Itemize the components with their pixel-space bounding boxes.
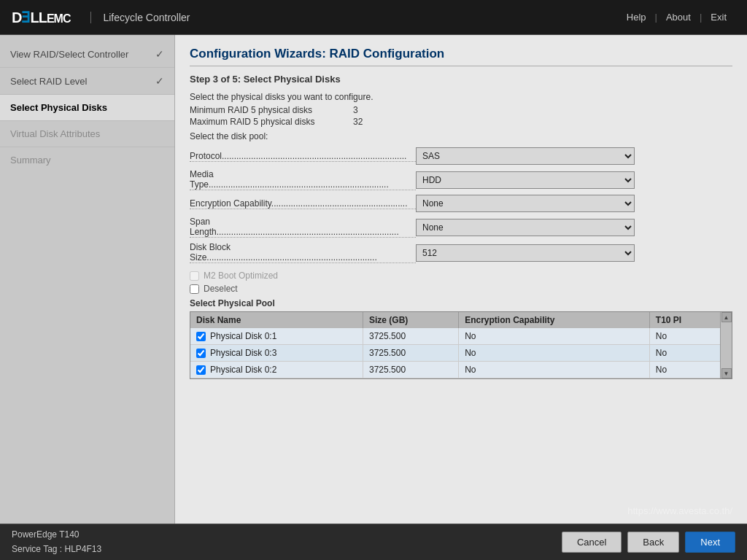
field-row-span-length: Span Length.............................… <box>190 217 732 238</box>
disk-0-1-name: Physical Disk 0:1 <box>210 331 276 341</box>
disk-name-cell: Physical Disk 0:1 <box>190 328 363 345</box>
header-nav: Help | About | Exit <box>618 12 735 23</box>
disk-0-3-checkbox[interactable] <box>196 349 206 358</box>
dell-logo: DƎLLEMC <box>12 8 70 27</box>
disk-checkbox-row: Physical Disk 0:3 <box>196 348 357 358</box>
device-line1: PowerEdge T140 <box>12 528 101 542</box>
deselect-row: Deselect <box>190 284 732 294</box>
table-header-row: Disk Name Size (GB) Encryption Capabilit… <box>190 312 720 328</box>
max-label: Maximum RAID 5 physical disks <box>190 117 350 127</box>
field-row-disk-block-size: Disk Block Size.........................… <box>190 242 732 263</box>
exit-button[interactable]: Exit <box>702 12 735 23</box>
col-disk-name: Disk Name <box>190 312 363 328</box>
table-wrapper: Disk Name Size (GB) Encryption Capabilit… <box>190 312 732 378</box>
info-row-max: Maximum RAID 5 physical disks 32 <box>190 117 732 127</box>
physical-pool-label: Select Physical Pool <box>190 298 732 308</box>
disk-0-1-t10pi: No <box>649 328 720 345</box>
disk-block-size-label: Disk Block Size.........................… <box>190 242 416 263</box>
watermark: https://www.avesta.co.th/ <box>627 505 732 516</box>
m2-boot-checkbox[interactable] <box>190 271 199 281</box>
disk-table: Disk Name Size (GB) Encryption Capabilit… <box>190 312 720 378</box>
disk-0-3-encryption: No <box>459 345 650 362</box>
logo-area: DƎLLEMC Lifecycle Controller <box>12 8 190 27</box>
sidebar-item-select-raid[interactable]: Select RAID Level ✓ <box>0 68 174 95</box>
deselect-checkbox[interactable] <box>190 284 199 294</box>
m2-boot-label: M2 Boot Optimized <box>204 271 278 281</box>
col-size: Size (GB) <box>363 312 459 328</box>
table-row: Physical Disk 0:1 3725.500 No No <box>190 328 720 345</box>
pool-label: Select the disk pool: <box>190 131 732 141</box>
disk-0-2-encryption: No <box>459 362 650 378</box>
sidebar-checkmark-2: ✓ <box>155 75 164 87</box>
media-type-select[interactable]: HDD SSD <box>416 171 635 189</box>
disk-0-2-checkbox[interactable] <box>196 365 206 375</box>
checkbox-area: M2 Boot Optimized Deselect <box>190 271 732 294</box>
protocol-select[interactable]: SAS SATA NVMe <box>416 147 635 165</box>
disk-name-cell: Physical Disk 0:2 <box>190 362 363 378</box>
sidebar-item-view-raid[interactable]: View RAID/Select Controller ✓ <box>0 41 174 68</box>
header: DƎLLEMC Lifecycle Controller Help | Abou… <box>0 0 747 35</box>
disk-name-cell: Physical Disk 0:3 <box>190 345 363 362</box>
back-button[interactable]: Back <box>627 532 679 553</box>
col-t10pi: T10 PI <box>649 312 720 328</box>
span-length-select[interactable]: None 2 3 4 <box>416 219 635 236</box>
disk-0-1-encryption: No <box>459 328 650 345</box>
table-row: Physical Disk 0:2 3725.500 No No <box>190 362 720 378</box>
about-button[interactable]: About <box>657 12 700 23</box>
app-title: Lifecycle Controller <box>90 12 190 23</box>
disk-checkbox-row: Physical Disk 0:2 <box>196 365 357 375</box>
sidebar-item-label: Summary <box>10 155 51 166</box>
disk-0-3-size: 3725.500 <box>363 345 459 362</box>
disk-0-2-t10pi: No <box>649 362 720 378</box>
field-row-media-type: Media Type..............................… <box>190 169 732 190</box>
sidebar-checkmark-1: ✓ <box>155 48 164 60</box>
sidebar-item-label: Select RAID Level <box>10 76 88 87</box>
footer: PowerEdge T140 Service Tag : HLP4F13 Can… <box>0 524 747 560</box>
page-title: Configuration Wizards: RAID Configuratio… <box>190 47 732 66</box>
disk-0-2-size: 3725.500 <box>363 362 459 378</box>
info-row-min: Minimum RAID 5 physical disks 3 <box>190 105 732 115</box>
min-label: Minimum RAID 5 physical disks <box>190 105 350 115</box>
disk-table-container: Disk Name Size (GB) Encryption Capabilit… <box>190 311 732 379</box>
sidebar-item-label: Virtual Disk Attributes <box>10 128 100 139</box>
disk-0-2-name: Physical Disk 0:2 <box>210 365 276 375</box>
disk-0-1-checkbox[interactable] <box>196 332 206 341</box>
footer-buttons: Cancel Back Next <box>562 532 735 553</box>
media-type-label: Media Type..............................… <box>190 169 416 190</box>
device-info: PowerEdge T140 Service Tag : HLP4F13 <box>12 528 101 556</box>
span-length-label: Span Length.............................… <box>190 217 416 238</box>
sidebar-item-label: View RAID/Select Controller <box>10 49 128 60</box>
cancel-button[interactable]: Cancel <box>562 532 622 553</box>
disk-block-size-select[interactable]: 512 4096 <box>416 244 635 262</box>
scroll-up-button[interactable]: ▲ <box>721 312 732 322</box>
disk-info: Minimum RAID 5 physical disks 3 Maximum … <box>190 105 732 127</box>
next-button[interactable]: Next <box>685 532 735 553</box>
help-button[interactable]: Help <box>618 12 655 23</box>
sidebar-item-select-disks[interactable]: Select Physical Disks <box>0 95 174 121</box>
deselect-label: Deselect <box>204 284 238 294</box>
max-value: 32 <box>353 117 363 127</box>
field-row-encryption: Encryption Capability...................… <box>190 195 732 212</box>
table-inner: Disk Name Size (GB) Encryption Capabilit… <box>190 312 720 378</box>
content-area: Configuration Wizards: RAID Configuratio… <box>175 35 747 524</box>
disk-checkbox-row: Physical Disk 0:1 <box>196 331 357 341</box>
table-scrollbar[interactable]: ▲ ▼ <box>720 312 732 378</box>
encryption-select[interactable]: None Capable Not Capable <box>416 195 635 212</box>
disk-0-3-t10pi: No <box>649 345 720 362</box>
sidebar: View RAID/Select Controller ✓ Select RAI… <box>0 35 175 524</box>
step-label: Step 3 of 5: Select Physical Disks <box>190 74 732 85</box>
col-encryption: Encryption Capability <box>459 312 650 328</box>
field-row-protocol: Protocol................................… <box>190 147 732 165</box>
min-value: 3 <box>353 105 358 115</box>
disk-0-3-name: Physical Disk 0:3 <box>210 348 276 358</box>
device-line2: Service Tag : HLP4F13 <box>12 542 101 556</box>
protocol-label: Protocol................................… <box>190 151 416 162</box>
sidebar-item-summary: Summary <box>0 147 174 173</box>
table-row: Physical Disk 0:3 3725.500 No No <box>190 345 720 362</box>
disk-0-1-size: 3725.500 <box>363 328 459 345</box>
main-layout: View RAID/Select Controller ✓ Select RAI… <box>0 35 747 524</box>
encryption-label: Encryption Capability...................… <box>190 198 416 209</box>
sidebar-item-label: Select Physical Disks <box>10 102 107 113</box>
scroll-down-button[interactable]: ▼ <box>721 368 732 378</box>
m2-boot-row: M2 Boot Optimized <box>190 271 732 281</box>
